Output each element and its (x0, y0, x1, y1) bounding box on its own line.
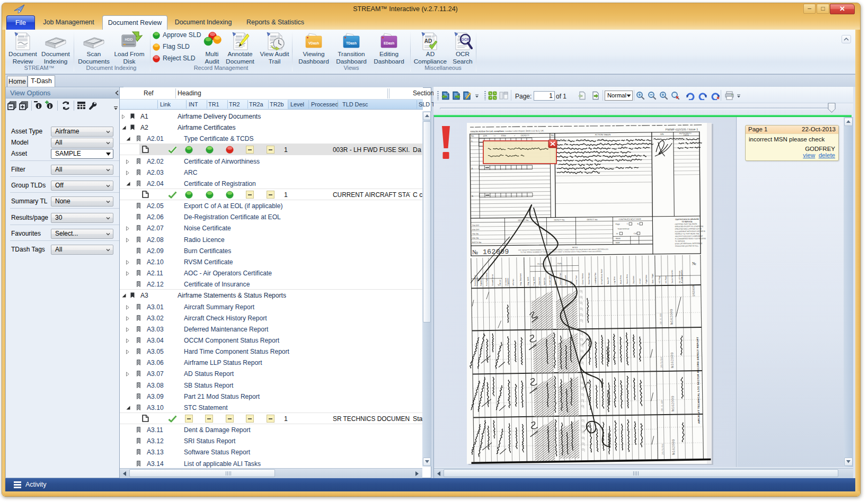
svg-text:20.6.09: 20.6.09 (659, 313, 662, 325)
svg-text:Eng. Uplift: Eng. Uplift (527, 277, 529, 285)
svg-text:Page: Page (615, 223, 619, 225)
svg-text:№162009: №162009 (671, 396, 675, 411)
svg-text:Landing & Taxi: Landing & Taxi (594, 272, 596, 284)
svg-text:N: N (637, 223, 639, 225)
svg-text:—: — (494, 135, 496, 137)
svg-text:BATCH No: BATCH No (472, 241, 482, 244)
svg-text:A/C Type: A/C Type (665, 276, 667, 283)
svg-text:Take Off: Take Off (607, 277, 609, 284)
svg-text:EDash: EDash (384, 41, 394, 45)
svg-text:Refuel Receipt: Refuel Receipt (588, 273, 590, 284)
svg-text:T/N OFF: T/N OFF (472, 225, 480, 227)
svg-text:Arrival Fuel: Arrival Fuel (575, 275, 577, 284)
svg-text:OCR: OCR (461, 38, 470, 41)
svg-text:TDash: TDash (346, 41, 357, 45)
svg-text:Acceptance: Acceptance (476, 276, 478, 286)
svg-text:Flight Data: Flight Data (645, 275, 647, 284)
svg-text:20/6/04: 20/6/04 (660, 357, 663, 368)
svg-text:B.Fwd Sector Total: B.Fwd Sector Total (600, 269, 603, 284)
svg-text:Arrival: Arrival (639, 279, 641, 284)
svg-text:3.: 3. (472, 195, 474, 198)
svg-text:AD: AD (424, 38, 432, 44)
svg-text:№162009: №162009 (669, 309, 674, 325)
svg-text:S/N ON: S/N ON (472, 237, 479, 239)
svg-text:DEFECT No.: DEFECT No. (554, 219, 565, 221)
svg-text:VDash: VDash (308, 41, 319, 45)
svg-text:APU hrs: APU hrs (512, 279, 515, 285)
svg-text:Sector Serial No.: Sector Serial No. (671, 270, 673, 283)
svg-text:Ground De-ice: Ground De-ice (491, 274, 493, 286)
svg-text:HDD: HDD (125, 38, 132, 41)
svg-text:FRM: FRM (501, 134, 506, 137)
svg-text:FM/MF-010/105 / Issue 1: FM/MF-010/105 / Issue 1 (666, 128, 698, 131)
svg-text:№: № (692, 261, 696, 266)
svg-text:Tick/Continue: Tick/Continue (618, 228, 630, 230)
svg-text:Sector Time: Sector Time (626, 274, 628, 284)
svg-text:IS CONSIDERED READY FOR RELEAS: IS CONSIDERED READY FOR RELEASE (675, 237, 706, 240)
svg-text:Eng. Departure: Eng. Departure (519, 273, 521, 285)
svg-text:Departure: Departure (632, 276, 634, 284)
svg-text:No.: No. (471, 135, 474, 137)
svg-text:S/N OFF: S/N OFF (472, 229, 480, 231)
svg-text:Log Time: Log Time (614, 276, 616, 284)
svg-text:A/C Reg: A/C Reg (659, 276, 661, 283)
svg-text:Anti-ice: Anti-ice (499, 280, 501, 285)
svg-text:DEFECT No.: DEFECT No. (587, 219, 598, 221)
svg-text:Signature: Signature (507, 278, 509, 286)
svg-text:TL page number:: TL page number: (680, 270, 683, 283)
svg-text:ACCORDANCE WITH EASA-145 AND I: ACCORDANCE WITH EASA-145 AND IN (675, 230, 705, 233)
svg-text:DEFECT: DEFECT (521, 134, 530, 137)
svg-text:20.6.09: 20.6.09 (661, 400, 664, 411)
svg-text:Actual Uplift: Actual Uplift (548, 275, 551, 285)
svg-text:ATA: ATA (483, 135, 488, 137)
svg-text:№: № (472, 249, 478, 255)
svg-text:CONTINUED NEXT PAGE: CONTINUED NEXT PAGE (618, 218, 641, 220)
svg-text:Crew / Names: Crew / Names (581, 273, 583, 284)
svg-text:№162009: №162009 (670, 352, 674, 368)
svg-text:162009: 162009 (692, 285, 696, 297)
svg-text:FUEL: FUEL (557, 263, 562, 265)
svg-text:SHOULD BE QUOTED IN FULL: SHOULD BE QUOTED IN FULL (675, 245, 699, 247)
svg-text:S/N: S/N (660, 133, 664, 136)
svg-text:2.: 2. (471, 167, 473, 170)
svg-text:Block Time: Block Time (619, 275, 622, 284)
svg-text:Week: Week (616, 237, 621, 239)
svg-text:Cell: Cell (634, 232, 637, 235)
svg-text:No: No (551, 134, 554, 137)
svg-text:1.: 1. (471, 140, 473, 142)
svg-text:Uplift Qts: Uplift Qts (544, 277, 546, 285)
svg-text:OIL Qts: OIL Qts (537, 263, 544, 265)
svg-text:TO SERVICE: TO SERVICE (675, 240, 685, 242)
svg-text:T/N ON: T/N ON (472, 233, 479, 235)
svg-text:DATA: DATA (684, 133, 689, 136)
svg-text:№162009: №162009 (671, 439, 676, 455)
svg-text:✓: ✓ (514, 134, 516, 137)
svg-text:Pre-Flight Check: Pre-Flight Check (485, 272, 488, 286)
svg-text:Fog. Uplift: Fog. Uplift (533, 277, 535, 285)
svg-text:ACTION TAKEN: ACTION TAKEN (595, 133, 610, 136)
svg-text:Departure: Departure (538, 277, 541, 285)
svg-text:Signature: Signature (480, 278, 482, 286)
svg-text:NMP: NMP (616, 241, 621, 244)
svg-text:Date / Flight: Date / Flight (651, 274, 653, 283)
svg-text:26/6/04: 26/6/04 (661, 444, 665, 455)
